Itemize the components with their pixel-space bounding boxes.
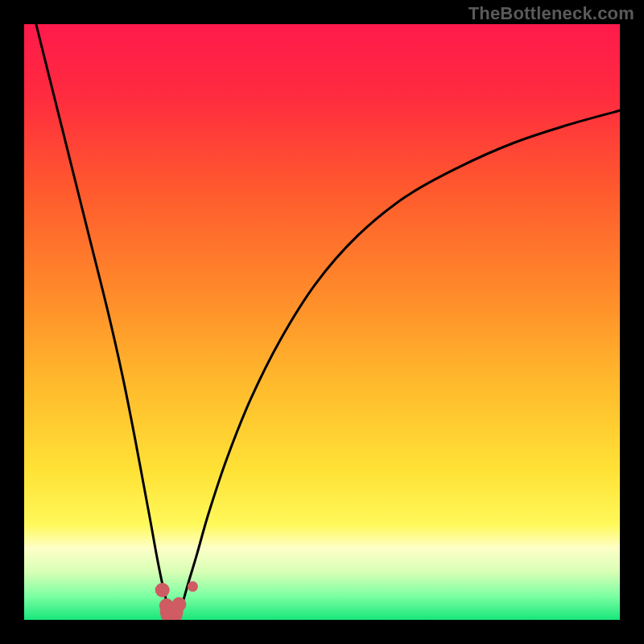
chart-svg [24, 24, 620, 620]
gradient-background [24, 24, 620, 620]
chart-plot-area [24, 24, 620, 620]
marker-point [188, 581, 198, 592]
watermark-text: TheBottleneck.com [469, 3, 634, 24]
marker-point [155, 583, 170, 597]
marker-point [171, 597, 186, 612]
chart-frame: TheBottleneck.com [0, 0, 644, 644]
